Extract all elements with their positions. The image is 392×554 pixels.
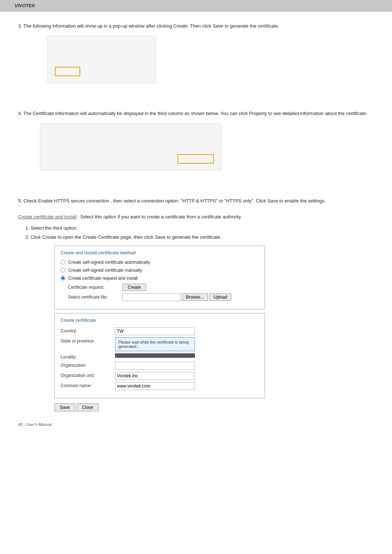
step3-block: 3. The following information will show u… bbox=[18, 22, 374, 101]
cert-method-title: Create and install certificate method bbox=[61, 250, 259, 255]
action-buttons: Save Close bbox=[54, 403, 374, 411]
section-intro: Create certificate and install : Select … bbox=[18, 213, 374, 221]
common-name-input[interactable] bbox=[115, 382, 195, 390]
page: VIVOTEK 3. The following information wil… bbox=[0, 0, 392, 554]
create-cert-title: Create certificate bbox=[61, 318, 259, 323]
create-button[interactable]: Create bbox=[122, 284, 146, 291]
radio-auto-label: Create self-signed certificate automatic… bbox=[68, 260, 150, 265]
step4-highlight-box bbox=[177, 154, 214, 164]
radio-manual: Create self-signed certificate manually bbox=[61, 268, 259, 273]
header: VIVOTEK bbox=[0, 0, 392, 12]
cert-request-row: Certificate request: Create bbox=[68, 284, 259, 291]
select-cert-input[interactable] bbox=[122, 293, 180, 301]
common-name-row: Common name: bbox=[61, 382, 259, 390]
save-button[interactable]: Save bbox=[54, 403, 75, 411]
org-unit-row: Organization unit: bbox=[61, 372, 259, 380]
create-cert-panel: Create certificate Country: State or pro… bbox=[54, 313, 265, 398]
section-desc: : Select this option if you want to crea… bbox=[78, 214, 242, 219]
country-row: Country: bbox=[61, 327, 259, 335]
common-name-label: Common name: bbox=[61, 382, 115, 388]
generating-text: Please wait while the certificate is bei… bbox=[118, 340, 189, 349]
locality-row: Locality: bbox=[61, 353, 259, 360]
step3-text: 3. The following information will show u… bbox=[18, 22, 374, 30]
organization-label: Organization: bbox=[61, 362, 115, 368]
locality-label: Locality: bbox=[61, 353, 115, 360]
radio-auto-input[interactable] bbox=[61, 260, 65, 264]
organization-row: Organization: bbox=[61, 362, 259, 370]
section-link[interactable]: Create certificate and install bbox=[18, 214, 76, 219]
step3-highlight-box bbox=[55, 67, 80, 76]
step5-block: 5. Check Enable HTTPS secure connection … bbox=[18, 197, 374, 205]
organization-input[interactable] bbox=[115, 362, 195, 370]
browse-button[interactable]: Browse... bbox=[182, 294, 208, 301]
radio-request-label: Create certificate request and install bbox=[68, 276, 138, 281]
footer: 40 - User's Manual bbox=[18, 422, 374, 427]
step4-block: 4. The Certificate Information will auto… bbox=[18, 110, 374, 189]
step4-image-area bbox=[18, 123, 374, 189]
close-button[interactable]: Close bbox=[77, 403, 99, 411]
country-label: Country: bbox=[61, 327, 115, 333]
org-unit-label: Organization unit: bbox=[61, 372, 115, 378]
content: 3. The following information will show u… bbox=[0, 12, 392, 441]
step4-screenshot bbox=[40, 123, 221, 171]
state-row: State or province: Please wait while the… bbox=[61, 337, 259, 351]
radio-auto: Create self-signed certificate automatic… bbox=[61, 260, 259, 265]
progress-bar bbox=[115, 353, 195, 358]
country-input[interactable] bbox=[115, 327, 195, 335]
generating-box: Please wait while the certificate is bei… bbox=[115, 337, 195, 351]
radio-manual-input[interactable] bbox=[61, 268, 65, 272]
substeps: 1. Select the third option. 2. Click Cre… bbox=[18, 225, 374, 241]
substep1: 1. Select the third option. bbox=[25, 225, 374, 232]
upload-button[interactable]: Upload bbox=[209, 294, 231, 301]
select-cert-label: Select certificate file: bbox=[68, 295, 122, 300]
cert-method-panel: Create and install certificate method Cr… bbox=[54, 246, 265, 309]
footer-text: 40 - User's Manual bbox=[18, 422, 52, 427]
create-cert-install-section: Create certificate and install : Select … bbox=[18, 213, 374, 221]
substep2: 2. Click Create to open the Create Certi… bbox=[25, 234, 374, 241]
step5-text: 5. Check Enable HTTPS secure connection … bbox=[18, 197, 374, 205]
radio-request-input[interactable] bbox=[61, 276, 65, 280]
radio-manual-label: Create self-signed certificate manually bbox=[68, 268, 142, 273]
select-cert-row: Select certificate file: Browse... Uploa… bbox=[68, 293, 259, 301]
state-label: State or province: bbox=[61, 337, 115, 344]
cert-request-label: Certificate request: bbox=[68, 285, 122, 290]
radio-request: Create certificate request and install bbox=[61, 276, 259, 281]
step4-text: 4. The Certificate Information will auto… bbox=[18, 110, 374, 118]
step3-image-area bbox=[18, 36, 374, 101]
org-unit-input[interactable] bbox=[115, 372, 195, 380]
progress-container bbox=[115, 353, 195, 358]
brand-label: VIVOTEK bbox=[15, 3, 35, 8]
step3-screenshot bbox=[47, 36, 156, 83]
